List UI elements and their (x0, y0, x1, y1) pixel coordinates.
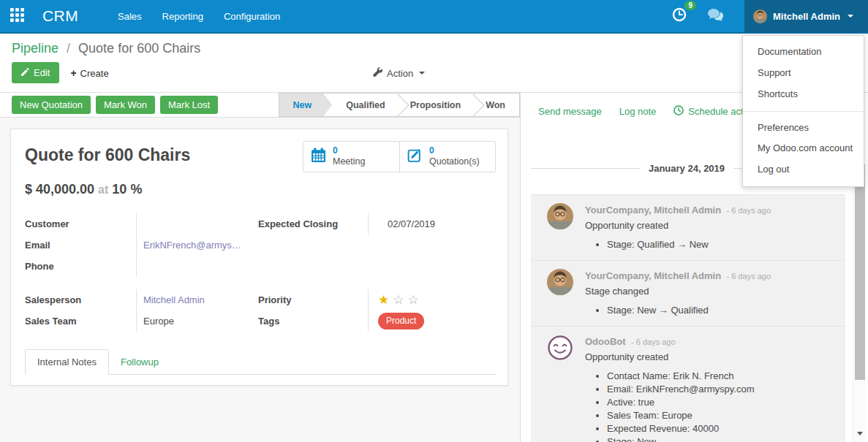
opportunity-title: Quote for 600 Chairs (25, 145, 190, 165)
form-toolbar: Edit + Create Action (12, 62, 856, 83)
scrollbar-down-arrow-icon[interactable] (857, 432, 863, 435)
pencil-square-icon (407, 148, 423, 166)
expected-closing-value[interactable]: 02/07/2019 (368, 213, 496, 235)
statusbar-buttons: New Quotation Mark Won Mark Lost (12, 96, 218, 114)
meeting-label: Meeting (333, 156, 365, 168)
crm-app-screen: CRM Sales Reporting Configuration 9 (0, 0, 868, 442)
breadcrumb: Pipeline / Quote for 600 Chairs (12, 41, 856, 56)
message-body: Opportunity created (585, 220, 835, 231)
tracking-values: Stage: New → Qualified (607, 305, 835, 316)
tab-internal-notes[interactable]: Internal Notes (25, 349, 109, 375)
create-button[interactable]: + Create (70, 67, 108, 79)
menu-reporting[interactable]: Reporting (161, 8, 205, 25)
user-name: Mitchell Admin (773, 11, 840, 22)
tracking-values: Stage: Qualified → New (607, 239, 835, 250)
message-timestamp: - 6 days ago (727, 206, 771, 215)
edit-button[interactable]: Edit (12, 62, 59, 83)
priority-value (368, 289, 496, 310)
send-message-link[interactable]: Send message (538, 106, 602, 117)
mark-won-button[interactable]: Mark Won (96, 96, 155, 114)
salesperson-label: Salesperson (25, 289, 136, 310)
tracking-item: Expected Revenue: 40000 (607, 423, 835, 434)
email-label: Email (25, 235, 136, 256)
menu-item-documentation[interactable]: Documentation (743, 42, 864, 63)
field-group-contact: Customer Expected Closing 02/07/2019 Ema… (25, 213, 496, 277)
message-author[interactable]: YourCompany, Mitchell Admin (585, 205, 721, 216)
menu-configuration[interactable]: Configuration (222, 8, 282, 25)
menu-divider (743, 111, 864, 112)
navbar-systray: 9 Mitchell Admin (672, 0, 868, 32)
content-area: New Quotation Mark Won Mark Lost New Qua… (0, 93, 868, 442)
clock-icon (673, 105, 684, 118)
tracking-item: Contact Name: Erik N. French (607, 370, 835, 381)
message-author[interactable]: YourCompany, Mitchell Admin (585, 270, 721, 281)
breadcrumb-separator: / (67, 41, 70, 56)
author-avatar[interactable] (547, 269, 573, 295)
star-empty-icon[interactable] (408, 294, 419, 306)
menu-item-my-odoo-account[interactable]: My Odoo.com account (743, 138, 864, 159)
tags-label: Tags (258, 310, 368, 332)
message-author[interactable]: OdooBot (585, 336, 626, 347)
breadcrumb-current: Quote for 600 Chairs (78, 41, 200, 56)
apps-menu-button[interactable] (0, 0, 34, 32)
menu-item-log-out[interactable]: Log out (743, 159, 864, 180)
user-dropdown-menu: Documentation Support Shortcuts Preferen… (742, 35, 864, 187)
top-navbar: CRM Sales Reporting Configuration 9 (0, 0, 868, 34)
mark-lost-button[interactable]: Mark Lost (160, 96, 218, 114)
app-brand[interactable]: CRM (42, 7, 78, 25)
breadcrumb-pipeline[interactable]: Pipeline (12, 41, 59, 56)
phone-label: Phone (25, 256, 136, 277)
author-avatar[interactable] (547, 203, 573, 229)
menu-item-preferences[interactable]: Preferences (743, 118, 864, 139)
email-value[interactable]: ErikNFrench@armys… (136, 235, 258, 256)
control-panel: Pipeline / Quote for 600 Chairs Edit + C… (0, 34, 868, 93)
phone-value[interactable] (136, 256, 258, 277)
stage-new[interactable]: New (279, 94, 333, 116)
meeting-stat-button[interactable]: 0 Meeting (303, 142, 399, 172)
revenue-connector: at (98, 183, 108, 196)
scrollbar-thumb[interactable] (855, 164, 865, 380)
sales-team-value[interactable]: Europe (136, 310, 258, 332)
pencil-icon (21, 67, 29, 78)
customer-label: Customer (25, 213, 136, 235)
message-item: OdooBot - 6 days ago Opportunity created… (531, 327, 845, 442)
tracking-item: Email: ErikNFrench@armyspy.com (607, 384, 835, 395)
log-note-link[interactable]: Log note (619, 106, 657, 117)
revenue-amount: $ 40,000.00 (25, 182, 94, 197)
messages-button[interactable] (707, 8, 724, 25)
notebook-tabs: Internal Notes Followup (25, 349, 496, 375)
apps-grid-icon (10, 8, 24, 25)
activities-button[interactable]: 9 (672, 7, 687, 25)
customer-value[interactable] (136, 213, 258, 235)
expected-closing-label: Expected Closing (258, 213, 368, 235)
menu-item-shortcuts[interactable]: Shortcuts (743, 84, 864, 105)
quotations-stat-button[interactable]: 0 Quotation(s) (399, 142, 495, 172)
quotation-label: Quotation(s) (429, 156, 480, 168)
chevron-down-icon (848, 15, 853, 18)
star-empty-icon[interactable] (393, 294, 404, 306)
edit-button-label: Edit (34, 67, 50, 78)
odoobot-avatar[interactable] (547, 335, 573, 361)
menu-item-support[interactable]: Support (743, 63, 864, 84)
spacer-cell (368, 256, 496, 277)
message-thread: YourCompany, Mitchell Admin - 6 days ago… (521, 194, 853, 442)
message-timestamp: - 6 days ago (727, 272, 771, 281)
tag-product: Product (378, 313, 424, 329)
menu-sales[interactable]: Sales (116, 8, 143, 25)
tab-followup[interactable]: Followup (109, 350, 170, 374)
salesperson-value[interactable]: Mitchell Admin (136, 289, 258, 310)
meeting-count: 0 (333, 145, 365, 156)
activity-count-badge: 9 (684, 1, 696, 10)
new-quotation-button[interactable]: New Quotation (12, 96, 91, 114)
activity-clock-icon (672, 7, 687, 25)
form-statusbar: New Quotation Mark Won Mark Lost New Qua… (0, 93, 520, 118)
plus-icon: + (70, 67, 76, 79)
priority-stars (378, 294, 419, 306)
create-button-label: Create (80, 68, 109, 79)
separator-date: January 24, 2019 (640, 163, 733, 174)
star-filled-icon[interactable] (378, 294, 389, 306)
user-menu-toggle[interactable]: Mitchell Admin (744, 0, 868, 32)
action-menu-button[interactable]: Action (373, 67, 425, 79)
form-sheet: Quote for 600 Chairs 0 Meeting (10, 129, 508, 386)
priority-label: Priority (258, 289, 368, 310)
